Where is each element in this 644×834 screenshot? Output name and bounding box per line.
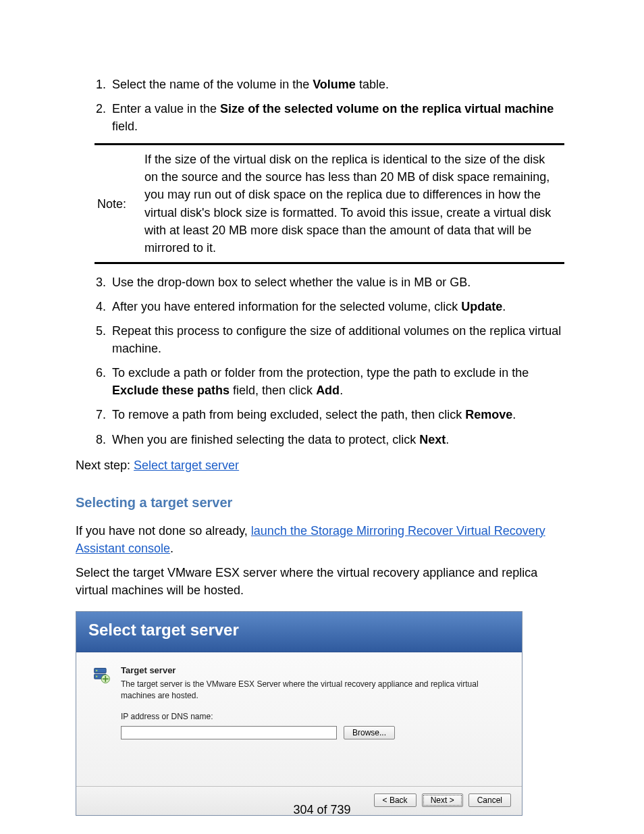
step-text: When you are finished selecting the data… xyxy=(112,433,419,446)
wizard-dialog: Select target server Target server The t… xyxy=(76,611,522,816)
step-text: . xyxy=(446,433,449,446)
step-text: table. xyxy=(356,78,389,91)
step-text: Enter a value in the xyxy=(112,102,220,115)
step-item: To remove a path from being excluded, se… xyxy=(109,406,568,423)
step-item: Use the drop-down box to select whether … xyxy=(109,273,568,291)
step-bold: Remove xyxy=(465,408,512,421)
next-step-line: Next step: Select target server xyxy=(76,457,568,474)
step-list-part2: Use the drop-down box to select whether … xyxy=(76,273,568,448)
step-text: . xyxy=(512,408,516,421)
step-bold: Next xyxy=(419,433,446,446)
step-item: When you are finished selecting the data… xyxy=(109,431,568,448)
wizard-section-title: Target server xyxy=(121,664,506,677)
ip-dns-label: IP address or DNS name: xyxy=(121,711,506,723)
step-bold: Volume xyxy=(313,78,356,91)
step-bold: Add xyxy=(316,384,340,397)
svg-point-2 xyxy=(96,670,98,672)
wizard-title: Select target server xyxy=(76,612,522,652)
body-paragraph: Select the target VMware ESX server wher… xyxy=(76,564,568,599)
note-text: If the size of the virtual disk on the r… xyxy=(144,151,562,257)
next-step-link[interactable]: Select target server xyxy=(134,459,239,472)
page-number: 304 of 739 xyxy=(0,801,644,818)
wizard-desc: The target server is the VMware ESX Serv… xyxy=(121,679,506,702)
svg-point-3 xyxy=(96,675,98,677)
step-list-part1: Select the name of the volume in the Vol… xyxy=(76,76,568,135)
intro-prefix: If you have not done so already, xyxy=(76,524,251,538)
intro-paragraph: If you have not done so already, launch … xyxy=(76,522,568,557)
step-text: Repeat this process to configure the siz… xyxy=(112,324,561,355)
step-text: field. xyxy=(112,120,138,133)
step-bold: Size of the selected volume on the repli… xyxy=(220,102,554,115)
step-text: After you have entered information for t… xyxy=(112,300,461,313)
next-step-label: Next step: xyxy=(76,459,134,472)
intro-suffix: . xyxy=(170,542,173,555)
browse-button[interactable]: Browse... xyxy=(344,726,395,739)
step-bold: Update xyxy=(461,300,502,313)
step-text: To remove a path from being excluded, se… xyxy=(112,408,465,421)
note-box: Note: If the size of the virtual disk on… xyxy=(95,143,564,264)
step-text: Select the name of the volume in the xyxy=(112,78,313,91)
step-item: To exclude a path or folder from the pro… xyxy=(109,364,568,399)
step-text: . xyxy=(502,300,506,313)
step-text: Use the drop-down box to select whether … xyxy=(112,276,471,289)
step-text: field, then click xyxy=(230,384,316,397)
step-item: Select the name of the volume in the Vol… xyxy=(109,76,568,93)
step-text: To exclude a path or folder from the pro… xyxy=(112,366,529,380)
step-item: After you have entered information for t… xyxy=(109,298,568,315)
server-icon xyxy=(92,666,111,685)
step-item: Repeat this process to configure the siz… xyxy=(109,322,568,357)
step-bold: Exclude these paths xyxy=(112,384,230,397)
step-text: . xyxy=(340,384,343,397)
ip-dns-input[interactable] xyxy=(121,726,337,739)
step-item: Enter a value in the Size of the selecte… xyxy=(109,100,568,135)
section-heading: Selecting a target server xyxy=(76,493,568,513)
note-label: Note: xyxy=(97,195,144,213)
